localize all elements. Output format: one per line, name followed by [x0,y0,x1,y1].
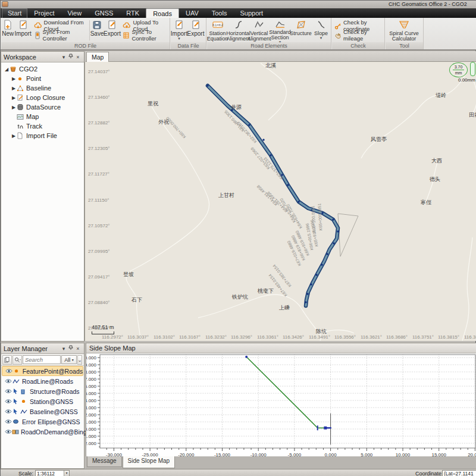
layer-item-featurepoint-roads[interactable]: FeaturePoint@Roads [2,366,83,376]
workspace-panel: Workspace ▾ × ◢CGO2▶Point▶Baseline▶Loop … [1,51,84,342]
tree-item-import-file[interactable]: ▶Import File [1,131,84,140]
export-button[interactable]: Export [104,18,120,42]
layer-item-roadondemand-bingmaps[interactable]: RoadOnDemand@BingMaps [2,427,83,437]
panel-pin-icon[interactable] [67,345,74,352]
place-label: 石下 [131,296,142,304]
menu-tab-rtk[interactable]: RTK [120,8,146,18]
menu-tab-gnss[interactable]: GNSS [88,8,120,18]
layer-search-input[interactable] [23,355,61,364]
check-by-mileage-button[interactable]: Check by mileage [332,30,384,40]
export-icon [107,20,117,30]
layer-item-structure-roads[interactable]: Structure@Roads [2,386,83,396]
menu-tab-view[interactable]: View [61,8,88,18]
scale-dropdown[interactable]: 1:36112 ▾ [35,470,70,476]
y-tick-label: 6.000 [86,384,97,389]
building-icon [20,388,28,395]
place-label: 堤岭 [436,92,446,99]
tree-item-track[interactable]: Track [1,121,84,131]
tree-expander-icon[interactable]: ◢ [4,67,10,72]
export-button[interactable]: Export [187,18,204,42]
layer-item-baseline-gnss[interactable]: Baseline@GNSS [2,406,83,416]
layer-item-label: RoadLine@Roads [22,378,73,385]
minor-road-path [261,63,286,120]
longitude-label: 116.3426° [283,334,304,340]
panel-close-icon[interactable]: × [74,346,82,352]
place-label: 桃墘下 [258,287,274,295]
side-slope-chart: -30.000-25.000-20.000-15.000-10.000-5.00… [86,353,476,456]
import-button[interactable]: Import [15,18,32,42]
tree-item-loop-closure[interactable]: ▶Loop Closure [1,93,84,102]
standard-section-label: Standard Section [269,30,291,40]
horizontal-alignment-button[interactable]: Horizontal Alignment [228,18,249,42]
layer-item-error-ellipse-gnss[interactable]: Error Ellipse@GNSS [2,416,83,427]
menu-tab-start[interactable]: Start [2,8,27,18]
tree-expander-icon[interactable]: ▶ [11,105,17,110]
map-viewport[interactable]: 3.70 mm 0.00mm 487.51 m 27.14037°27.1346… [84,62,476,341]
menu-tab-support[interactable]: Support [233,8,270,18]
layer-item-roadline-roads[interactable]: RoadLine@Roads [2,376,83,386]
standard-section-button[interactable]: Standard Section▾ [270,18,290,42]
panel-close-icon[interactable]: × [74,54,82,60]
tree-item-map[interactable]: Map [1,112,84,121]
error-ellipse-unit: mm [450,70,467,76]
marker-dot [245,356,248,358]
spiral-curve-calculator-button[interactable]: Spiral Curve Calculator [386,18,422,42]
layer-search-mode-button[interactable] [12,355,22,365]
vertical-alignment-label: Vertical Alignment [248,31,271,42]
menu-tab-project[interactable]: Project [27,8,61,18]
ribbon-group-check: Check by coordinateCheck by mileageCheck [332,18,385,49]
panel-dropdown-icon[interactable]: ▾ [60,346,67,352]
station-point-marker [206,84,208,86]
layer-copy-button[interactable] [2,355,12,365]
new-button[interactable]: New [1,18,15,42]
tab-map[interactable]: Map [86,52,109,62]
eye-icon [5,428,12,436]
tree-expander-icon[interactable]: ▶ [11,86,17,91]
save-button[interactable]: Save [90,18,104,42]
layer-manager-title: Layer Manager [4,345,48,352]
menu-tab-tools[interactable]: Tools [205,8,234,18]
sync-to-controller-button[interactable]: Sync To Controller [120,30,170,40]
station-equation-button[interactable]: K1=K2Station Equation [207,18,228,42]
layer-item-station-gnss[interactable]: Station@GNSS [2,396,83,406]
menu-tab-uav[interactable]: UAV [179,8,205,18]
menu-tab-roads[interactable]: Roads [146,8,179,18]
ribbon-button-stack: Upload To CloudSync To Controller [120,18,170,42]
place-label: 里祝 [148,100,158,108]
new-file-icon [3,20,12,30]
vertical-alignment-button[interactable]: Vertical Alignment [249,18,270,42]
layer-filter-dropdown[interactable]: All ▾ [61,355,77,364]
tree-item-cgo2[interactable]: ◢CGO2 [1,64,84,74]
layer-toolbar-overflow-button[interactable]: ⌄ [77,355,82,365]
station-point-marker [305,301,306,303]
tree-expander-icon[interactable]: ▶ [11,95,17,101]
tab-side-slope-map[interactable]: Side Slope Map [123,456,176,468]
sync-from-controller-button[interactable]: Sync From Controller [32,30,89,40]
structure-label: Structure [290,31,312,36]
marker-vtick [317,425,318,430]
panel-dropdown-icon[interactable]: ▾ [60,54,67,60]
ribbon: NewImportDownload From CloudSync From Co… [1,18,476,51]
x-tick-label: 20.000 [468,452,476,456]
structure-button[interactable]: Structure [290,18,311,42]
check-by-mileage-label: Check by mileage [343,29,382,42]
tree-item-point[interactable]: ▶Point [1,74,84,83]
chevron-down-icon[interactable]: ▾ [64,471,69,476]
tree-item-datasource[interactable]: ▶DataSource [1,102,84,112]
tab-message[interactable]: Message [87,456,122,467]
ribbon-group-body: NewImportDownload From CloudSync From Co… [1,18,170,42]
station-point-marker [270,154,271,156]
tree-item-baseline[interactable]: ▶Baseline [1,83,84,93]
eye-icon [5,378,12,385]
y-tick-label: 10.000 [86,355,97,361]
import-button[interactable]: Import▾ [171,18,187,42]
map-tab-bar: Map [86,51,476,62]
vertical-alignment-icon [255,20,264,30]
place-label: 井源 [231,104,242,111]
tree-expander-icon[interactable]: ▶ [11,76,17,82]
tree-expander-icon[interactable]: ▶ [11,133,17,139]
slope-button[interactable]: Slope▾ [311,18,331,42]
station-point-marker [248,124,250,126]
panel-pin-icon[interactable] [67,54,74,60]
y-tick-label: 0.000 [86,427,97,432]
